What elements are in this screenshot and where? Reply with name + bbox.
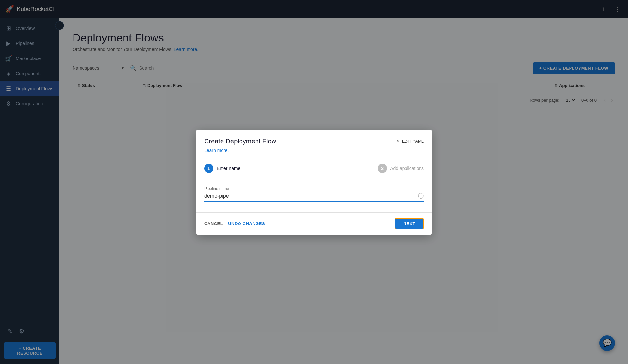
- step-1: 1 Enter name: [204, 164, 240, 173]
- dialog-title: Create Deployment Flow: [204, 138, 276, 145]
- dialog-actions: CANCEL UNDO CHANGES NEXT: [196, 212, 432, 235]
- pencil-icon: ✎: [396, 139, 400, 144]
- step-2-label: Add applications: [390, 166, 424, 171]
- pipeline-name-field: Pipeline name ⓘ: [204, 186, 424, 202]
- create-deployment-flow-dialog: Create Deployment Flow ✎ EDIT YAML Learn…: [196, 130, 432, 235]
- dialog-form: Pipeline name ⓘ: [196, 178, 432, 212]
- info-icon[interactable]: ⓘ: [418, 192, 424, 200]
- step-1-label: Enter name: [217, 166, 240, 171]
- edit-yaml-button[interactable]: ✎ EDIT YAML: [396, 139, 424, 144]
- undo-changes-button[interactable]: UNDO CHANGES: [228, 221, 265, 226]
- dialog-learn-more-link[interactable]: Learn more.: [204, 148, 229, 153]
- pipeline-name-label: Pipeline name: [204, 186, 424, 191]
- next-button[interactable]: NEXT: [395, 218, 424, 229]
- stepper: 1 Enter name 2 Add applications: [196, 158, 432, 178]
- dialog-header: Create Deployment Flow ✎ EDIT YAML: [196, 130, 432, 145]
- pipeline-name-input-wrapper: ⓘ: [204, 192, 424, 202]
- step-connector: [245, 168, 372, 168]
- pipeline-name-input[interactable]: [204, 193, 418, 199]
- cancel-button[interactable]: CANCEL: [204, 221, 223, 226]
- step-2: 2 Add applications: [378, 164, 424, 173]
- step-1-circle: 1: [204, 164, 213, 173]
- step-2-circle: 2: [378, 164, 387, 173]
- dialog-learn-more: Learn more.: [196, 145, 432, 158]
- dialog-overlay: Create Deployment Flow ✎ EDIT YAML Learn…: [0, 0, 628, 364]
